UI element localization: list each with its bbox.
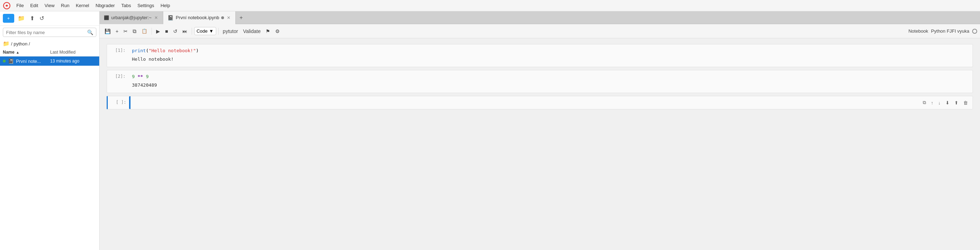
- breadcrumb: 📁 / python /: [0, 39, 99, 48]
- list-item[interactable]: 📓 První note... 13 minutes ago: [0, 57, 99, 66]
- menu-help[interactable]: Help: [158, 2, 173, 9]
- toolbar-separator-1: [151, 28, 152, 35]
- nbgrader-icon-1[interactable]: ⚑: [264, 27, 272, 35]
- upload-button[interactable]: ⬆: [29, 14, 36, 23]
- app-logo: [3, 2, 11, 9]
- tab-close-notebook[interactable]: ✕: [226, 14, 231, 21]
- cell-delete-button[interactable]: 🗑: [961, 99, 970, 106]
- search-input[interactable]: [6, 30, 87, 35]
- toolbar-right: Notebook Python FJFI vyuka: [908, 28, 977, 34]
- cell-input-1[interactable]: print("Hello notebook!"): [132, 47, 969, 54]
- cell-input-3[interactable]: [134, 99, 915, 106]
- file-item-name: 📓 První note...: [3, 58, 50, 64]
- code-number-2: 9: [146, 74, 149, 79]
- cell-move-down-button[interactable]: ↓: [937, 99, 943, 106]
- gear-icon: ⚙: [275, 28, 280, 34]
- tab-notebook[interactable]: 📓 První notebook.ipynb ✕: [163, 11, 236, 24]
- add-cell-button[interactable]: +: [113, 27, 121, 35]
- save-button[interactable]: 💾: [102, 27, 113, 35]
- save-icon: 💾: [105, 28, 111, 34]
- kernel-label: Python FJFI vyuka: [931, 28, 969, 34]
- menu-settings[interactable]: Settings: [134, 2, 157, 9]
- pytutor-button[interactable]: pytutor: [221, 27, 240, 35]
- restart-button[interactable]: ↺: [171, 27, 180, 35]
- toolbar-separator-2: [192, 28, 192, 35]
- folder-icon: 📁: [3, 41, 10, 47]
- flag-icon: ⚑: [266, 28, 270, 34]
- cell-insert-above-button[interactable]: ⬆: [953, 99, 960, 106]
- tab-terminal[interactable]: ⬛ urbanjak@jupyter:~ ✕: [100, 11, 163, 24]
- fast-forward-button[interactable]: ⏭: [180, 27, 189, 35]
- notebook-tab-icon: 📓: [167, 15, 173, 21]
- cell-insert-below-button[interactable]: ⬇: [944, 99, 951, 106]
- cell-content-1[interactable]: print("Hello notebook!") Hello notebook!: [128, 44, 972, 67]
- menu-file[interactable]: File: [14, 2, 27, 9]
- validate-button[interactable]: Validate: [241, 27, 263, 35]
- cell-prompt-3: [ ]:: [108, 96, 129, 109]
- menu-tabs[interactable]: Tabs: [118, 2, 134, 9]
- search-box: 🔍: [3, 28, 96, 37]
- paste-button[interactable]: 📋: [139, 27, 150, 35]
- notebook-icon: 📓: [8, 58, 14, 64]
- nbgrader-icon-2[interactable]: ⚙: [273, 27, 282, 35]
- stop-icon: ■: [165, 28, 168, 34]
- name-label: Name: [3, 50, 14, 55]
- pytutor-label: pytutor: [223, 28, 238, 34]
- tab-close-terminal[interactable]: ✕: [154, 14, 159, 21]
- run-button[interactable]: ▶: [154, 27, 162, 35]
- fast-forward-icon: ⏭: [182, 28, 188, 34]
- menu-edit[interactable]: Edit: [27, 2, 41, 9]
- cell-type-select[interactable]: Code ▼: [194, 27, 216, 35]
- cell-move-up-button[interactable]: ↑: [929, 99, 935, 106]
- code-paren-close: ): [196, 48, 199, 53]
- menu-nbgrader[interactable]: Nbgrader: [93, 2, 118, 9]
- stop-button[interactable]: ■: [163, 27, 170, 35]
- cell-input-2[interactable]: 9 ** 9: [132, 73, 969, 80]
- menu-run[interactable]: Run: [58, 2, 72, 9]
- chevron-down-icon: ▼: [209, 28, 214, 34]
- file-list-header: Name ▲ Last Modified: [0, 48, 99, 57]
- name-column-header[interactable]: Name ▲: [3, 50, 50, 55]
- cell-content-3[interactable]: [130, 96, 918, 109]
- folder-icon: 📁: [18, 15, 25, 21]
- terminal-icon: ⬛: [104, 15, 109, 20]
- cell-prompt-1: [1]:: [107, 44, 128, 67]
- copy-button[interactable]: ⧉: [130, 27, 139, 36]
- refresh-button[interactable]: ↺: [38, 14, 46, 23]
- new-button[interactable]: +: [3, 14, 14, 23]
- cell-inner-3: ⧉ ↑ ↓ ⬇ ⬆ 🗑: [129, 96, 972, 109]
- paste-icon: 📋: [142, 28, 147, 34]
- cell-copy-button[interactable]: ⧉: [921, 99, 928, 106]
- copy-icon: ⧉: [133, 28, 137, 35]
- menu-kernel[interactable]: Kernel: [73, 2, 92, 9]
- restart-icon: ↺: [173, 28, 177, 34]
- notebook-toolbar: 💾 + ✂ ⧉ 📋 ▶ ■ ↺: [100, 24, 980, 38]
- unsaved-dot-icon: [221, 16, 224, 19]
- sidebar-toolbar: + 📁 ⬆ ↺: [0, 11, 99, 25]
- file-modified-text: 13 minutes ago: [50, 59, 96, 63]
- table-row: [2]: 9 ** 9 387420489: [107, 70, 973, 93]
- run-icon: ▶: [156, 28, 160, 34]
- notebook-label: Notebook: [908, 28, 928, 34]
- notebook-content: [1]: print("Hello notebook!") Hello note…: [100, 38, 980, 250]
- table-row: [ ]: ⧉ ↑ ↓ ⬇ ⬆ 🗑: [107, 96, 973, 109]
- file-name-text: První note...: [16, 59, 41, 64]
- cell-output-1: Hello notebook!: [132, 54, 969, 64]
- file-dot: [3, 60, 6, 62]
- refresh-icon: ↺: [40, 15, 44, 21]
- cell-inner-2: 9 ** 9 387420489: [128, 70, 972, 93]
- menu-view[interactable]: View: [41, 2, 57, 9]
- file-list: 📓 První note... 13 minutes ago: [0, 57, 99, 250]
- sort-arrow-icon: ▲: [16, 51, 19, 54]
- cut-button[interactable]: ✂: [121, 27, 130, 35]
- cut-icon: ✂: [123, 28, 128, 34]
- cell-type-label: Code: [197, 28, 208, 34]
- open-folder-button[interactable]: 📁: [16, 14, 26, 23]
- main-layout: + 📁 ⬆ ↺ 🔍 📁 / python / Name: [0, 11, 980, 250]
- cell-content-2[interactable]: 9 ** 9 387420489: [128, 70, 972, 93]
- cell-actions: ⧉ ↑ ↓ ⬇ ⬆ 🗑: [918, 96, 972, 109]
- cell-inner-1: print("Hello notebook!") Hello notebook!: [128, 44, 972, 67]
- new-tab-button[interactable]: +: [236, 11, 246, 24]
- upload-icon: ⬆: [30, 15, 35, 21]
- code-paren: (: [146, 48, 149, 53]
